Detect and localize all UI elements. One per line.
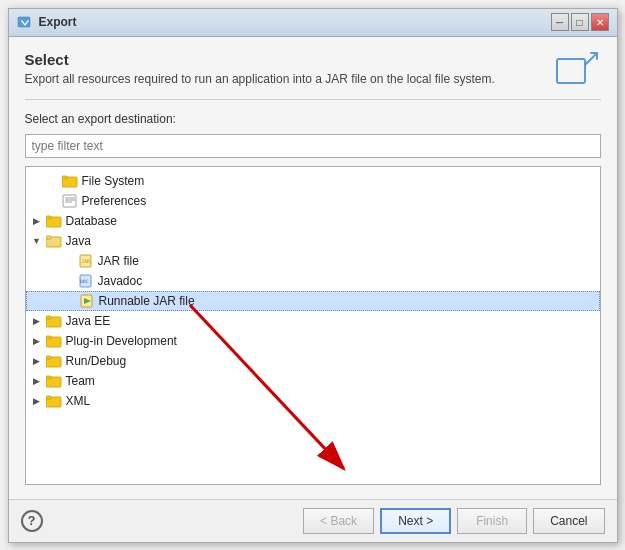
tree-item-runnable-jar[interactable]: Runnable JAR file — [26, 291, 600, 311]
svg-rect-3 — [62, 176, 67, 179]
expand-icon-javadoc — [62, 274, 76, 288]
tree-item-xml[interactable]: ▶ XML — [26, 391, 600, 411]
item-label-run-debug: Run/Debug — [66, 354, 127, 368]
minimize-button[interactable]: ─ — [551, 13, 569, 31]
svg-rect-1 — [557, 59, 585, 83]
javadoc-icon: DOC — [78, 274, 94, 288]
expand-icon-team: ▶ — [30, 374, 44, 388]
expand-icon-runnable-jar — [63, 294, 77, 308]
tree-item-file-system[interactable]: File System — [26, 171, 600, 191]
filter-input[interactable] — [25, 134, 601, 158]
back-button[interactable]: < Back — [303, 508, 374, 534]
export-window: Export ─ □ ✕ Select Export all resources… — [8, 8, 618, 543]
next-button[interactable]: Next > — [380, 508, 451, 534]
tree-item-java-ee[interactable]: ▶ Java EE — [26, 311, 600, 331]
tree-item-java[interactable]: ▼ Java — [26, 231, 600, 251]
svg-rect-9 — [46, 216, 51, 219]
tree-item-run-debug[interactable]: ▶ Run/Debug — [26, 351, 600, 371]
title-bar-buttons: ─ □ ✕ — [551, 13, 609, 31]
item-label-java-ee: Java EE — [66, 314, 111, 328]
maximize-button[interactable]: □ — [571, 13, 589, 31]
title-bar-left: Export — [17, 14, 77, 30]
nav-buttons: < Back Next > Finish Cancel — [303, 508, 604, 534]
header-left: Select Export all resources required to … — [25, 51, 495, 86]
cancel-button[interactable]: Cancel — [533, 508, 604, 534]
expand-icon-xml: ▶ — [30, 394, 44, 408]
expand-icon-java: ▼ — [30, 234, 44, 248]
tree-container: File System Preferences ▶ — [25, 166, 601, 485]
item-label-file-system: File System — [82, 174, 145, 188]
finish-button[interactable]: Finish — [457, 508, 527, 534]
tree-item-database[interactable]: ▶ Database — [26, 211, 600, 231]
filter-label: Select an export destination: — [25, 112, 601, 126]
svg-rect-21 — [46, 336, 51, 339]
runnable-jar-icon — [79, 294, 95, 308]
folder-icon-team — [46, 374, 62, 388]
expand-icon-preferences — [46, 194, 60, 208]
prefs-icon — [62, 194, 78, 208]
expand-icon-run-debug: ▶ — [30, 354, 44, 368]
folder-icon-java — [46, 234, 62, 248]
expand-icon-jar-file — [62, 254, 76, 268]
item-label-jar-file: JAR file — [98, 254, 139, 268]
item-label-team: Team — [66, 374, 95, 388]
page-title: Select — [25, 51, 495, 68]
svg-text:JAR: JAR — [81, 258, 91, 264]
tree-scroll[interactable]: File System Preferences ▶ — [26, 167, 600, 484]
tree-item-plugin-dev[interactable]: ▶ Plug-in Development — [26, 331, 600, 351]
item-label-preferences: Preferences — [82, 194, 147, 208]
tree-item-jar-file[interactable]: JAR JAR file — [26, 251, 600, 271]
item-label-runnable-jar: Runnable JAR file — [99, 294, 195, 308]
header-section: Select Export all resources required to … — [25, 51, 601, 100]
window-title: Export — [39, 15, 77, 29]
item-label-database: Database — [66, 214, 117, 228]
item-label-java: Java — [66, 234, 91, 248]
tree-item-javadoc[interactable]: DOC Javadoc — [26, 271, 600, 291]
folder-icon-file-system — [62, 174, 78, 188]
folder-icon-run-debug — [46, 354, 62, 368]
expand-icon-file-system — [46, 174, 60, 188]
svg-rect-23 — [46, 356, 51, 359]
svg-rect-0 — [18, 17, 30, 27]
title-bar: Export ─ □ ✕ — [9, 9, 617, 37]
tree-item-preferences[interactable]: Preferences — [26, 191, 600, 211]
tree-item-team[interactable]: ▶ Team — [26, 371, 600, 391]
expand-icon-database: ▶ — [30, 214, 44, 228]
svg-rect-25 — [46, 376, 51, 379]
folder-icon-java-ee — [46, 314, 62, 328]
item-label-plugin-dev: Plug-in Development — [66, 334, 177, 348]
svg-rect-27 — [46, 396, 51, 399]
export-icon — [553, 51, 601, 91]
bottom-bar: ? < Back Next > Finish Cancel — [9, 499, 617, 542]
item-label-javadoc: Javadoc — [98, 274, 143, 288]
svg-text:DOC: DOC — [80, 279, 88, 284]
svg-rect-11 — [46, 236, 51, 239]
svg-rect-19 — [46, 316, 51, 319]
folder-icon-xml — [46, 394, 62, 408]
folder-icon-database — [46, 214, 62, 228]
help-button[interactable]: ? — [21, 510, 43, 532]
window-icon — [17, 14, 33, 30]
close-button[interactable]: ✕ — [591, 13, 609, 31]
expand-icon-java-ee: ▶ — [30, 314, 44, 328]
svg-rect-4 — [63, 195, 76, 207]
content-area: Select Export all resources required to … — [9, 37, 617, 499]
folder-icon-plugin-dev — [46, 334, 62, 348]
item-label-xml: XML — [66, 394, 91, 408]
expand-icon-plugin-dev: ▶ — [30, 334, 44, 348]
page-description: Export all resources required to run an … — [25, 72, 495, 86]
jar-icon: JAR — [78, 254, 94, 268]
